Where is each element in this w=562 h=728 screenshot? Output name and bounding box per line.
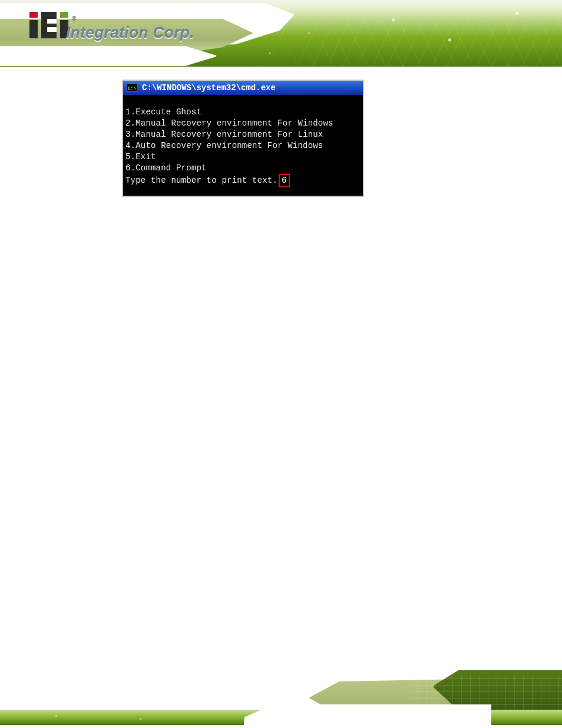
cmd-icon: C:\ [127,84,137,92]
decorative-swoosh [0,19,253,54]
decorative-circuit-overlay [0,0,562,67]
cmd-prompt-text: Type the number to print text. [125,176,277,185]
cmd-menu-line: 6.Command Prompt [125,163,207,173]
decorative-swoosh [0,46,218,66]
registered-mark: ® [72,15,76,22]
cmd-input-highlight: 6 [279,174,290,187]
decorative-swoosh [244,704,491,728]
decorative-swoosh [0,3,295,49]
page-header-banner: ® Integration Corp. [0,0,562,67]
cmd-title-text: C:\WINDOWS\system32\cmd.exe [142,83,276,93]
brand-tagline: Integration Corp. [66,24,194,42]
cmd-menu-line: 3.Manual Recovery environment For Linux [125,130,323,139]
logo-glyph-i [29,12,38,38]
logo-glyph-e [41,12,57,38]
brand-logo: ® [29,12,76,38]
cmd-menu-line: 5.Exit [125,152,156,162]
cmd-menu-line: 1.Execute Ghost [125,107,201,117]
cmd-menu-line: 4.Auto Recovery environment For Windows [125,141,323,150]
logo-glyph-i [60,12,68,38]
cmd-window: C:\ C:\WINDOWS\system32\cmd.exe 1.Execut… [122,80,364,197]
cmd-body: 1.Execute Ghost 2.Manual Recovery enviro… [123,95,363,196]
cmd-menu-line: 2.Manual Recovery environment For Window… [125,118,333,128]
page-footer-banner [0,670,562,728]
cmd-titlebar: C:\ C:\WINDOWS\system32\cmd.exe [123,81,363,95]
